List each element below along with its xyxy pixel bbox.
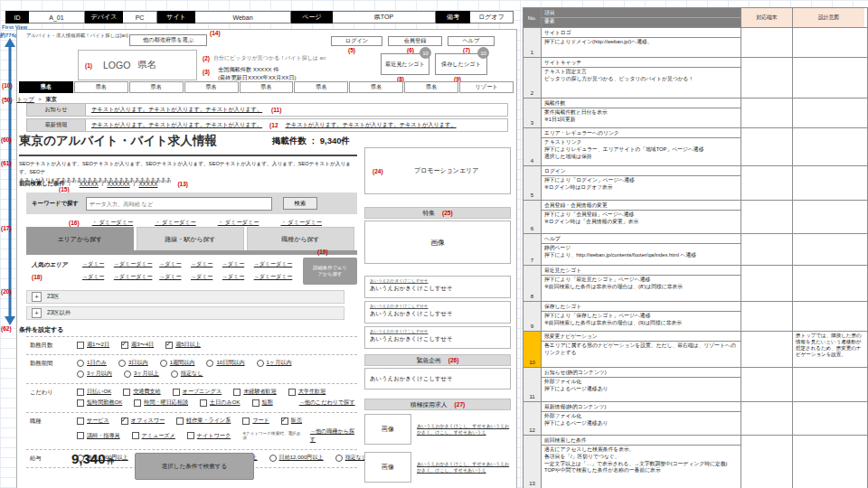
feature-image-placeholder[interactable]: 画像: [364, 221, 511, 264]
radio-option[interactable]: 3ヶ月以内: [77, 370, 112, 378]
search-button[interactable]: 検索: [283, 197, 317, 210]
prefecture-tab[interactable]: 県名: [349, 81, 403, 93]
checkbox-option[interactable]: 日払いOK: [77, 388, 111, 396]
radio-option[interactable]: 1ヶ月以内: [257, 359, 292, 367]
quick-link[interactable]: ・ ダミーダミー: [280, 219, 322, 227]
tab-search-by-line[interactable]: 路線・駅から探す: [137, 227, 244, 250]
quick-link[interactable]: ・ ダミーダミー: [92, 219, 134, 227]
prefecture-tab[interactable]: 県名: [240, 81, 294, 93]
checkbox-option[interactable]: 短期: [252, 399, 273, 407]
checkbox-option[interactable]: オフィスワー: [121, 417, 165, 425]
area-link[interactable]: →ダミー: [191, 260, 222, 268]
keyword-input[interactable]: [86, 197, 272, 211]
recruit-item[interactable]: 画像 あいうえおかきくけこし、すせそあいうえおかきく、けこし、すせそあいうえ: [364, 412, 511, 446]
popular-area-links: →ダミー →ダミーダミー →ダミー →ダミー →ダミー →ダミーダミー →ダミー…: [82, 260, 299, 281]
recruit-item[interactable]: 画像 あいうえおかきくけこし、すせそあいうえおかきく、けこし、すせそあいうえ: [364, 450, 511, 484]
checkbox-option[interactable]: 販売: [281, 417, 302, 425]
area-link[interactable]: →ダミーダミー: [254, 260, 299, 268]
feature-item-link[interactable]: あいうえおかきくけこしすせそ: [370, 329, 505, 333]
recruit-item-link[interactable]: あいうえおかきくけこし、すせそあいうえおかきく、けこし、すせそあいうえ: [417, 423, 511, 436]
urgent-item[interactable]: あいうえおかきくけこしすせそ: [364, 368, 511, 389]
prefecture-tab-active[interactable]: 県名: [19, 81, 73, 93]
spec-row-intent: [793, 266, 864, 301]
checkbox-option[interactable]: 未経験者歓迎: [233, 388, 277, 396]
checkbox-option[interactable]: オープニングス: [173, 388, 222, 396]
spec-row-desc: テキスト固定文言 ピッタリの探し方が見つかる、ピッタリのバイトが見つかる！: [542, 68, 741, 98]
feature-item[interactable]: あいうえおかきくけこしすせそ あいうえおかきくけこしすせそ: [364, 276, 511, 298]
search-with-conditions-button[interactable]: 選択した条件で検索する: [135, 453, 254, 480]
radio-option[interactable]: 10日間以内: [206, 359, 244, 367]
spec-row-device: [741, 58, 793, 98]
checkbox-option[interactable]: 時間・曜日応相談: [134, 399, 188, 407]
quick-link[interactable]: ・ ダミーダミー: [155, 219, 196, 227]
checkbox-option[interactable]: 土日のみOK: [200, 399, 240, 407]
feature-item-link[interactable]: あいうえおかきくけこしすせそ: [370, 278, 505, 283]
annotation-17: (17): [1, 225, 12, 231]
detail-area-search-button[interactable]: 詳細条件でエリ アから探す: [303, 258, 357, 285]
prefecture-tab-resort[interactable]: リゾート: [459, 81, 514, 93]
tab-search-by-jobtype[interactable]: 職種から探す: [247, 227, 354, 250]
accordion-other[interactable]: + 23区以外: [26, 306, 344, 320]
checkbox-option[interactable]: 短時間勤務OK: [77, 399, 122, 407]
area-link[interactable]: →ダミー: [159, 260, 191, 268]
area-link[interactable]: →ダミー: [191, 273, 222, 281]
accordion-23ku[interactable]: + 23区: [26, 290, 344, 304]
checkbox-option[interactable]: サービス: [77, 417, 109, 425]
checkbox-option[interactable]: 週3〜4日: [121, 341, 154, 349]
feature-item[interactable]: あいうえおかきくけこしすせそ あいうえおかきくけこしすせそ: [364, 301, 511, 324]
radio-option[interactable]: 指定なし: [335, 454, 368, 462]
checkbox-option[interactable]: 週5日以上: [165, 341, 201, 349]
last-search-link[interactable]: XXXXXX: [107, 181, 129, 187]
checkbox-option[interactable]: 大学生歓迎: [288, 388, 326, 396]
feature-item-link[interactable]: あいうえおかきくけこしすせそ: [370, 304, 505, 308]
radio-option[interactable]: 日給12,000円以上: [269, 454, 324, 462]
radio-option[interactable]: 3ヶ月以上: [124, 370, 159, 378]
other-prefecture-button[interactable]: 他の都道府県を選ぶ: [129, 34, 207, 46]
radio-option[interactable]: 3日以内: [118, 359, 148, 367]
prefecture-tab[interactable]: 県名: [74, 81, 128, 93]
area-link[interactable]: →ダミー: [82, 260, 114, 268]
annotation-2: (2): [203, 55, 210, 61]
area-link[interactable]: →ダミー: [222, 273, 254, 281]
prefecture-tab[interactable]: 県名: [404, 81, 458, 93]
news-link[interactable]: テキストが入ります。テキストが入ります。テキストが入ります。: [91, 121, 262, 129]
recruit-item-link[interactable]: あいうえおかきくけこし、すせそあいうえおかきく、けこし、すせそあいうえ: [417, 461, 511, 474]
prefecture-tab[interactable]: 県名: [294, 81, 348, 93]
spec-row-no: 3: [524, 99, 542, 127]
checkbox-option[interactable]: フード: [242, 417, 269, 425]
prefecture-tab[interactable]: 県名: [184, 81, 239, 93]
checkbox-option[interactable]: アミューズメ: [132, 432, 175, 440]
tab-search-by-area[interactable]: エリアから探す: [26, 227, 134, 250]
checkbox-option[interactable]: 軽作業・ライン系: [176, 417, 231, 425]
checkbox-option[interactable]: 交通費支給: [123, 388, 160, 396]
area-link[interactable]: →ダミー: [159, 273, 191, 281]
last-search-link[interactable]: XXXXX: [138, 181, 157, 187]
notice-label: お知らせ: [27, 104, 86, 116]
news-link-2[interactable]: テキストが入ります。テキストが入ります。テキストが入ります。: [286, 121, 457, 129]
feature-item[interactable]: あいうえおかきくけこしすせそ あいうえおかきくけこしすせそ: [364, 326, 511, 349]
area-link[interactable]: →ダミー: [222, 260, 254, 268]
checkbox-option[interactable]: 講師・指導員: [77, 432, 120, 440]
checkbox-option[interactable]: 週1〜2日: [77, 341, 109, 349]
spec-row-intent: [793, 128, 864, 165]
area-link[interactable]: →ダミーダミー: [114, 260, 159, 268]
login-button[interactable]: ログイン: [331, 36, 382, 46]
more-jobtypes-link[interactable]: →他の職種から探す: [310, 427, 357, 444]
annotation-1: (1): [85, 62, 92, 69]
checkbox-option[interactable]: ナイトワーク: [187, 432, 231, 440]
radio-option[interactable]: 指定なし: [171, 370, 203, 378]
quick-link[interactable]: ・ ダミーダミー: [218, 219, 259, 227]
prefecture-tab[interactable]: 県名: [129, 81, 184, 93]
register-button[interactable]: 会員登録: [388, 36, 442, 46]
recruit-title: 積極採用求人: [410, 400, 448, 409]
area-link[interactable]: →ダミーダミー: [114, 273, 159, 281]
last-search-link[interactable]: XXXXX: [80, 181, 99, 187]
area-link[interactable]: →ダミー: [82, 273, 114, 281]
radio-option[interactable]: 1日のみ: [77, 359, 107, 367]
help-button[interactable]: ヘルプ: [448, 36, 495, 46]
area-link[interactable]: →ダミーダミー: [254, 273, 299, 281]
site-logo[interactable]: (1) LOGO 県名: [78, 50, 197, 80]
radio-option[interactable]: 1週間以内: [160, 359, 195, 367]
notice-link[interactable]: テキストが入ります。テキストが入ります。テキストが入ります。: [91, 106, 262, 114]
more-preferences-link[interactable]: →他のこだわりで探す: [299, 399, 355, 407]
